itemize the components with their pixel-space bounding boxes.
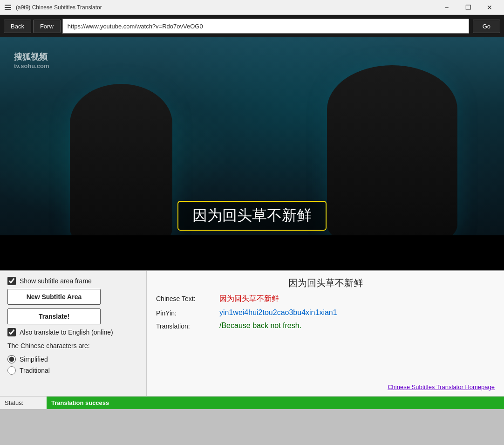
- forward-button[interactable]: Forw: [33, 20, 61, 33]
- go-button[interactable]: Go: [473, 20, 500, 33]
- also-translate-row: Also translate to English (online): [7, 328, 139, 336]
- show-subtitle-frame-label: Show subtitle area frame: [20, 277, 92, 285]
- radio-group: Simplified Traditional: [7, 355, 139, 375]
- result-title: 因为回头草不新鲜: [156, 277, 495, 289]
- watermark-line2: tv.sohu.com: [14, 62, 49, 69]
- show-subtitle-frame-row: Show subtitle area frame: [7, 277, 139, 285]
- also-translate-checkbox[interactable]: [7, 328, 16, 336]
- chinese-text-value: 因为回头草不新鲜: [219, 294, 279, 304]
- minimize-button[interactable]: −: [436, 0, 457, 15]
- traditional-radio[interactable]: [7, 366, 16, 375]
- translation-label: Translation:: [156, 322, 212, 330]
- chars-label: The Chinese characters are:: [7, 342, 139, 349]
- hamburger-icon[interactable]: [4, 4, 12, 11]
- nav-bar: Back Forw Go: [0, 15, 504, 37]
- pinyin-row: PinYin: yin1wei4hui2tou2cao3bu4xin1xian1: [156, 308, 495, 317]
- close-button[interactable]: ✕: [479, 0, 500, 15]
- new-subtitle-area-button[interactable]: New Subtitle Area: [7, 289, 101, 305]
- right-panel: 因为回头草不新鲜 Chinese Text: 因为回头草不新鲜 PinYin: …: [147, 271, 504, 396]
- left-panel: Show subtitle area frame New Subtitle Ar…: [0, 271, 147, 396]
- translation-row: Translation: /Because back not fresh.: [156, 322, 495, 330]
- status-bar: Status: Translation success: [0, 396, 504, 409]
- subtitle-chinese: 因为回头草不新鲜: [192, 207, 312, 224]
- status-label: Status:: [0, 399, 47, 406]
- window-controls: − ❐ ✕: [436, 0, 500, 15]
- pinyin-label: PinYin:: [156, 308, 212, 317]
- simplified-radio[interactable]: [7, 355, 16, 363]
- back-button[interactable]: Back: [4, 20, 31, 33]
- chinese-text-row: Chinese Text: 因为回头草不新鲜: [156, 294, 495, 304]
- simplified-label: Simplified: [20, 356, 48, 363]
- chinese-text-label: Chinese Text:: [156, 294, 212, 302]
- pinyin-value: yin1wei4hui2tou2cao3bu4xin1xian1: [219, 308, 337, 317]
- traditional-label: Traditional: [20, 367, 50, 374]
- menu-icon[interactable]: [4, 4, 12, 11]
- character-right: [327, 65, 457, 242]
- also-translate-label: Also translate to English (online): [20, 329, 113, 336]
- show-subtitle-frame-checkbox[interactable]: [7, 277, 16, 285]
- status-value: Translation success: [47, 397, 504, 409]
- translate-button[interactable]: Translate!: [7, 308, 101, 324]
- subtitle-overlay[interactable]: 因为回头草不新鲜: [177, 201, 327, 231]
- video-black-bar: [0, 235, 504, 270]
- translation-value: /Because back not fresh.: [219, 322, 301, 330]
- character-left: [70, 84, 172, 242]
- simplified-row: Simplified: [7, 355, 139, 363]
- homepage-link[interactable]: Chinese Subtitles Translator Homepage: [156, 383, 495, 390]
- url-input[interactable]: [62, 19, 469, 34]
- traditional-row: Traditional: [7, 366, 139, 375]
- video-container: 搜狐视频 tv.sohu.com 因为回头草不新鲜: [0, 37, 504, 270]
- restore-button[interactable]: ❐: [457, 0, 479, 15]
- app-title: (a9t9) Chinese Subtitles Translator: [16, 4, 436, 11]
- watermark-line1: 搜狐视频: [14, 51, 49, 62]
- watermark: 搜狐视频 tv.sohu.com: [14, 51, 49, 69]
- video-background: 搜狐视频 tv.sohu.com 因为回头草不新鲜: [0, 37, 504, 270]
- title-bar: (a9t9) Chinese Subtitles Translator − ❐ …: [0, 0, 504, 15]
- bottom-panel: Show subtitle area frame New Subtitle Ar…: [0, 270, 504, 396]
